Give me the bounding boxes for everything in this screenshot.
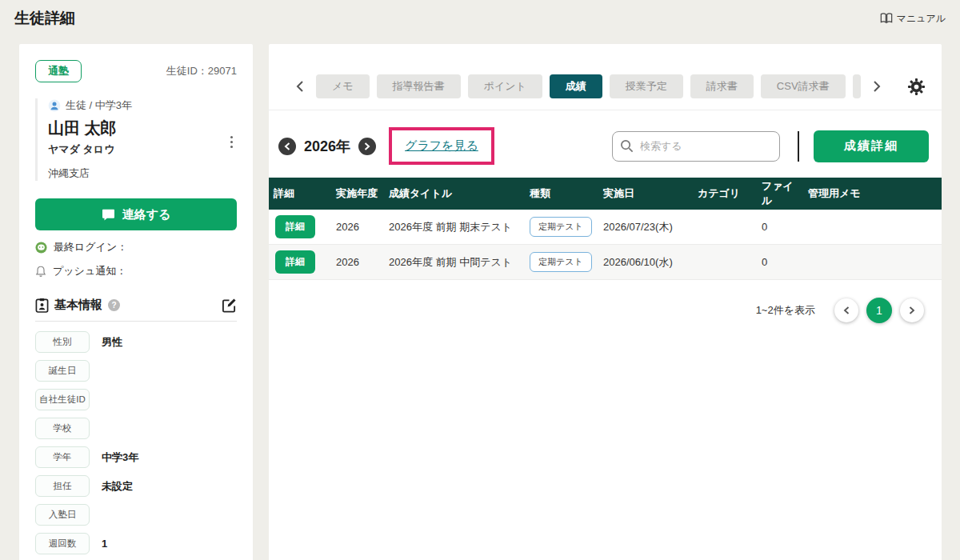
- top-bar: 生徒詳細 マニュアル: [0, 0, 960, 37]
- bell-icon: [35, 266, 46, 278]
- grades-controls: 2026年 グラフを見る 成績詳細: [269, 110, 942, 178]
- page-next-button[interactable]: [900, 298, 924, 322]
- table-header-row: 詳細 実施年度 成績タイトル 種類 実施日 カテゴリ ファイル 管理用メモ: [269, 178, 942, 210]
- table-row: 詳細 2026 2026年度 前期 期末テスト 定期テスト 2026/07/23…: [269, 210, 942, 245]
- kebab-menu-icon[interactable]: [228, 134, 235, 150]
- grades-table: 詳細 実施年度 成績タイトル 種類 実施日 カテゴリ ファイル 管理用メモ 詳細…: [269, 178, 942, 280]
- pagination: 1~2件を表示 1: [269, 280, 942, 323]
- tab-grades[interactable]: 成績: [550, 74, 602, 98]
- search-box: [612, 131, 780, 162]
- field-enroll-date: 入塾日: [35, 504, 237, 526]
- manual-link[interactable]: マニュアル: [880, 12, 946, 26]
- cell-title: 2026年度 前期 中間テスト: [384, 255, 525, 270]
- cell-date: 2026/07/23(木): [598, 220, 693, 234]
- col-file: ファイル: [757, 179, 803, 208]
- table-row: 詳細 2026 2026年度 前期 中間テスト 定期テスト 2026/06/10…: [269, 245, 942, 280]
- chat-icon: [102, 209, 115, 221]
- gear-icon[interactable]: [907, 78, 926, 96]
- status-badge: 通塾: [35, 60, 82, 82]
- field-value: 中学3年: [102, 450, 138, 465]
- row-detail-button[interactable]: 詳細: [275, 250, 315, 274]
- manual-label: マニュアル: [897, 12, 946, 26]
- year-next-button[interactable]: [358, 138, 376, 155]
- field-grade: 学年 中学3年: [35, 446, 237, 468]
- field-label: 自社生徒ID: [35, 389, 90, 410]
- tab-bar: メモ 指導報告書 ポイント 成績 授業予定 請求書 CSV請求書: [269, 44, 942, 110]
- field-label: 性別: [35, 331, 90, 353]
- view-graph-link[interactable]: グラフを見る: [405, 138, 478, 152]
- tab-csv-invoice[interactable]: CSV請求書: [761, 74, 846, 98]
- page-prev-button[interactable]: [834, 298, 858, 322]
- col-type: 種類: [525, 186, 598, 201]
- test-type-badge: 定期テスト: [530, 217, 592, 237]
- student-name: 山田 太郎: [48, 118, 237, 139]
- year-prev-button[interactable]: [278, 138, 296, 155]
- push-notice-label: プッシュ通知：: [53, 264, 126, 278]
- basic-info-title: 基本情報: [54, 298, 102, 313]
- student-profile: 生徒 / 中学3年 山田 太郎 ヤマダ タロウ 沖縄支店: [35, 98, 237, 181]
- col-title: 成績タイトル: [384, 186, 525, 201]
- field-label: 学校: [35, 418, 90, 439]
- field-gender: 性別 男性: [35, 331, 237, 353]
- last-login-line: 最終ログイン：: [35, 240, 237, 254]
- col-category: カテゴリ: [693, 186, 757, 201]
- current-page-button[interactable]: 1: [866, 298, 892, 323]
- last-login-label: 最終ログイン：: [54, 240, 127, 254]
- student-type-grade: 生徒 / 中学3年: [66, 98, 132, 113]
- field-label: 入塾日: [35, 504, 90, 526]
- year-label: 2026年: [304, 137, 350, 156]
- field-label: 学年: [35, 446, 90, 468]
- cell-title: 2026年度 前期 期末テスト: [384, 220, 525, 234]
- field-label: 誕生日: [35, 360, 90, 382]
- field-birthday: 誕生日: [35, 360, 237, 382]
- student-sidebar: 通塾 生徒ID：29071 生徒 / 中学3年 山田 太郎 ヤマダ タロウ 沖縄…: [19, 44, 253, 560]
- col-year: 実施年度: [331, 186, 384, 201]
- cell-year: 2026: [331, 256, 384, 268]
- edit-icon[interactable]: [222, 298, 237, 313]
- col-date: 実施日: [598, 186, 693, 201]
- tab-partial[interactable]: [853, 74, 861, 98]
- help-icon[interactable]: ?: [108, 299, 120, 311]
- tab-memo[interactable]: メモ: [316, 74, 370, 98]
- tab-invoice[interactable]: 請求書: [690, 74, 754, 98]
- col-memo: 管理用メモ: [803, 186, 942, 201]
- field-school: 学校: [35, 418, 237, 439]
- col-detail: 詳細: [269, 186, 331, 201]
- tab-schedule[interactable]: 授業予定: [610, 74, 683, 98]
- divider: [798, 131, 799, 162]
- tab-report[interactable]: 指導報告書: [377, 74, 461, 98]
- tabs-scroll-left-icon[interactable]: [291, 81, 309, 92]
- cell-file-count: 0: [757, 221, 803, 233]
- field-value: 男性: [102, 335, 122, 350]
- field-own-student-id: 自社生徒ID: [35, 389, 237, 410]
- field-value: 未設定: [102, 479, 133, 494]
- search-input[interactable]: [612, 131, 780, 162]
- field-label: 担任: [35, 475, 90, 497]
- cell-year: 2026: [331, 221, 384, 233]
- person-icon: [48, 99, 61, 112]
- book-icon: [880, 13, 893, 24]
- student-kana: ヤマダ タロウ: [48, 142, 237, 157]
- test-type-badge: 定期テスト: [530, 252, 592, 272]
- tab-points[interactable]: ポイント: [468, 74, 542, 98]
- basic-info-header: 基本情報 ?: [35, 298, 237, 322]
- main-panel: メモ 指導報告書 ポイント 成績 授業予定 請求書 CSV請求書: [269, 44, 942, 560]
- student-branch: 沖縄支店: [48, 166, 237, 181]
- field-weekly-count: 週回数 1: [35, 533, 237, 554]
- cell-date: 2026/06/10(水): [598, 255, 693, 270]
- search-icon: [620, 139, 634, 153]
- contact-button-label: 連絡する: [122, 207, 171, 222]
- student-id: 生徒ID：29071: [166, 64, 237, 78]
- field-value: 1: [102, 538, 107, 550]
- contact-button[interactable]: 連絡する: [35, 198, 237, 230]
- basic-info-fields: 性別 男性 誕生日 自社生徒ID 学校 学年 中学3年 担任 未設定 入塾日 週…: [35, 331, 237, 560]
- push-notice-line: プッシュ通知：: [35, 264, 237, 278]
- grade-detail-button[interactable]: 成績詳細: [814, 130, 929, 162]
- field-homeroom: 担任 未設定: [35, 475, 237, 497]
- cell-file-count: 0: [757, 256, 803, 268]
- login-app-icon: [35, 242, 47, 254]
- page-title: 生徒詳細: [14, 8, 75, 29]
- row-detail-button[interactable]: 詳細: [275, 215, 315, 238]
- annotation-highlight-box: グラフを見る: [389, 127, 494, 165]
- tabs-scroll-right-icon[interactable]: [868, 81, 886, 92]
